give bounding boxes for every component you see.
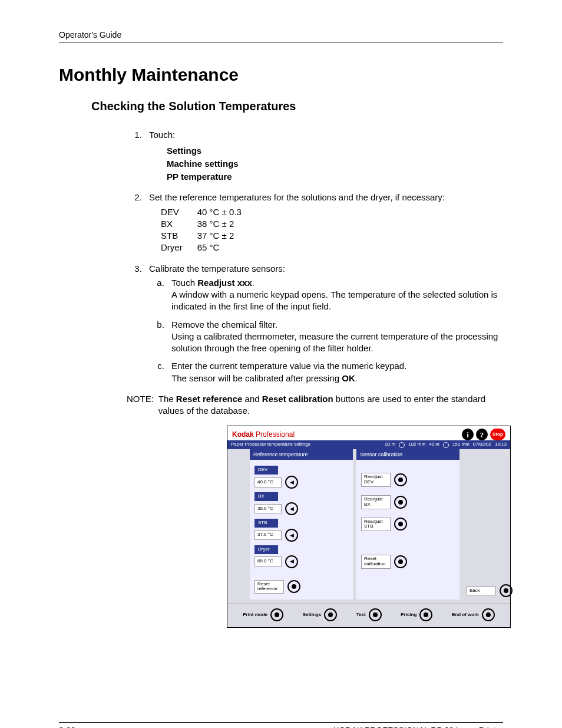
brand: Kodak Professional bbox=[232, 430, 295, 439]
temperature-table: DEV40 °C ± 0.3 BX38 °C ± 2 STB37 °C ± 2 … bbox=[161, 206, 256, 254]
bottom-toolbar: Print mode Settings Test Pricing End of … bbox=[227, 603, 510, 627]
arrow-left-icon[interactable] bbox=[285, 555, 298, 568]
footer-product: KODAK PROFESSIONAL RP 30 Laser Printer bbox=[333, 725, 503, 728]
dot-icon[interactable] bbox=[394, 496, 407, 509]
status-bar: Paper Processor temperature settings 20 … bbox=[227, 440, 510, 449]
settings-button[interactable]: Settings bbox=[303, 612, 322, 618]
ref-label-dryer: Dryer bbox=[254, 545, 278, 554]
step-1: Touch: Settings Machine settings PP temp… bbox=[144, 129, 503, 183]
reset-reference-button[interactable]: Resetreference bbox=[254, 580, 284, 594]
dot-icon[interactable] bbox=[482, 608, 495, 621]
step-1-lead: Touch: bbox=[149, 130, 175, 140]
dot-icon[interactable] bbox=[270, 608, 283, 621]
ref-label-dev: DEV bbox=[254, 466, 278, 475]
reference-panel: Reference temperature DEV 40.0 °C BX 38.… bbox=[250, 449, 353, 599]
table-row: Dryer65 °C bbox=[161, 242, 256, 253]
roll-icon bbox=[443, 442, 449, 448]
help-icon[interactable]: ? bbox=[476, 429, 488, 440]
ref-label-stb: STB bbox=[254, 519, 278, 528]
stop-button[interactable]: Stop bbox=[490, 429, 505, 440]
ref-label-bx: BX bbox=[254, 492, 278, 501]
dot-icon[interactable] bbox=[419, 608, 432, 621]
step-3c: Enter the current temperature value via … bbox=[167, 360, 503, 384]
arrow-left-icon[interactable] bbox=[285, 502, 298, 515]
ref-value-stb[interactable]: 37.0 °C bbox=[254, 530, 282, 540]
touch-item-machine-settings: Machine settings bbox=[167, 158, 503, 170]
dot-icon[interactable] bbox=[500, 584, 513, 597]
dot-icon[interactable] bbox=[394, 555, 407, 568]
back-button[interactable]: Back bbox=[467, 587, 496, 595]
dot-icon[interactable] bbox=[324, 608, 337, 621]
roll-icon bbox=[399, 442, 405, 448]
reference-panel-header: Reference temperature bbox=[250, 449, 353, 460]
table-row: BX38 °C ± 2 bbox=[161, 218, 256, 230]
readjust-dev-button[interactable]: ReadjustDEV bbox=[361, 473, 391, 487]
page-title: Monthly Maintenance bbox=[59, 63, 503, 87]
step-3: Calibrate the temperature sensors: Touch… bbox=[144, 263, 503, 384]
dot-icon[interactable] bbox=[394, 473, 407, 486]
table-row: STB37 °C ± 2 bbox=[161, 230, 256, 242]
page-number: 8-22 bbox=[59, 725, 75, 728]
table-row: DEV40 °C ± 0.3 bbox=[161, 206, 256, 218]
content: Touch: Settings Machine settings PP temp… bbox=[127, 129, 503, 628]
info-icon[interactable]: i bbox=[462, 429, 474, 440]
pricing-button[interactable]: Pricing bbox=[401, 612, 416, 618]
readjust-stb-button[interactable]: ReadjustSTB bbox=[361, 518, 391, 532]
arrow-left-icon[interactable] bbox=[285, 476, 298, 489]
touch-item-pp-temperature: PP temperature bbox=[167, 171, 503, 183]
arrow-left-icon[interactable] bbox=[285, 529, 298, 542]
calibration-panel-header: Sensor calibration bbox=[356, 449, 459, 460]
step-2: Set the reference temperatures for the s… bbox=[144, 192, 503, 253]
ui-screenshot: Kodak Professional i ? Stop Paper Proces… bbox=[227, 426, 511, 628]
readjust-bx-button[interactable]: ReadjustBX bbox=[361, 495, 391, 509]
section-title: Checking the Solution Temperatures bbox=[91, 98, 503, 114]
ref-value-dryer[interactable]: 65.0 °C bbox=[254, 556, 282, 566]
note: NOTE: The Reset reference and Reset cali… bbox=[127, 393, 503, 417]
calibration-panel: Sensor calibration ReadjustDEV ReadjustB… bbox=[356, 449, 459, 599]
dot-icon[interactable] bbox=[287, 580, 300, 593]
print-mode-button[interactable]: Print mode bbox=[243, 612, 267, 618]
reset-calibration-button[interactable]: Resetcalibration bbox=[361, 555, 391, 569]
step-2-lead: Set the reference temperatures for the s… bbox=[149, 192, 445, 202]
page-footer: 8-22 KODAK PROFESSIONAL RP 30 Laser Prin… bbox=[59, 722, 503, 728]
note-body: The Reset reference and Reset calibratio… bbox=[158, 393, 503, 417]
dot-icon[interactable] bbox=[394, 518, 407, 531]
step-3-lead: Calibrate the temperature sensors: bbox=[149, 263, 285, 274]
doc-header: Operator's Guide bbox=[59, 29, 503, 42]
end-of-work-button[interactable]: End of work bbox=[452, 612, 479, 618]
ref-value-bx[interactable]: 38.0 °C bbox=[254, 504, 282, 514]
note-label: NOTE: bbox=[127, 393, 154, 417]
touch-item-settings: Settings bbox=[167, 145, 503, 157]
ref-value-dev[interactable]: 40.0 °C bbox=[254, 477, 282, 487]
test-button[interactable]: Test bbox=[356, 612, 366, 618]
dot-icon[interactable] bbox=[369, 608, 382, 621]
step-3b: Remove the chemical filter. Using a cali… bbox=[167, 319, 503, 355]
step-3a: Touch Readjust xxx. A window with a nume… bbox=[167, 277, 503, 313]
